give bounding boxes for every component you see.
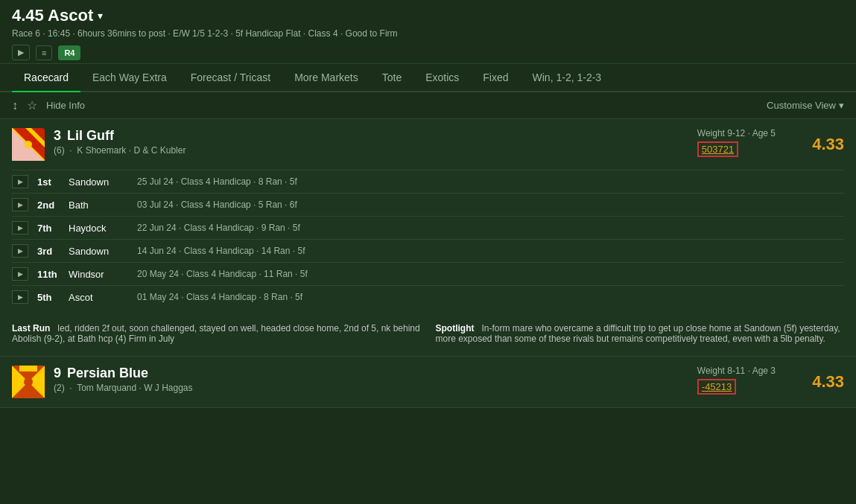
play-btn-3[interactable]: ▶ bbox=[12, 244, 28, 258]
race-details-5: 01 May 24 · Class 4 Handicap · 8 Ran · 5… bbox=[137, 292, 844, 302]
horse-weight-age-2: Weight 8-11 · Age 3 bbox=[697, 366, 776, 376]
toolbar-left: ↕ ☆ Hide Info bbox=[12, 98, 85, 112]
horse-draw-2: (2) bbox=[54, 383, 65, 393]
tab-fixed[interactable]: Fixed bbox=[471, 64, 520, 92]
horse-silks-1 bbox=[12, 128, 45, 161]
race-details-0: 25 Jul 24 · Class 4 Handicap · 8 Ran · 5… bbox=[137, 176, 844, 187]
hide-info-button[interactable]: Hide Info bbox=[46, 100, 85, 111]
horse-card-1: 3 Lil Guff (6) · K Shoemark · D & C Kubl… bbox=[0, 119, 856, 357]
header: 4.45 Ascot ▾ Race 6 · 16:45 · 6hours 36m… bbox=[0, 0, 856, 64]
history-row-3: ▶ 3rd Sandown 14 Jun 24 · Class 4 Handic… bbox=[12, 239, 844, 262]
position-3: 3rd bbox=[37, 246, 60, 257]
svg-point-4 bbox=[25, 141, 32, 148]
tab-tote[interactable]: Tote bbox=[370, 64, 413, 92]
nav-tabs: Racecard Each Way Extra Forecast / Trica… bbox=[0, 64, 856, 92]
horse-silks-2 bbox=[12, 366, 45, 398]
silks-svg-2 bbox=[12, 366, 45, 398]
horse-sub-2: (2) · Tom Marquand · W J Haggas bbox=[54, 383, 688, 393]
play-btn-2[interactable]: ▶ bbox=[12, 221, 28, 235]
last-run-text: led, ridden 2f out, soon challenged, sta… bbox=[12, 323, 420, 344]
horse-form-link-1[interactable]: 503721 bbox=[697, 141, 738, 157]
venue-5: Ascot bbox=[69, 292, 128, 303]
tab-forecast-tricast[interactable]: Forecast / Tricast bbox=[179, 64, 282, 92]
horse-weight-info-2: Weight 8-11 · Age 3 -45213 bbox=[697, 366, 790, 395]
history-section-1: ▶ 1st Sandown 25 Jul 24 · Class 4 Handic… bbox=[12, 170, 844, 308]
horse-name-row-1: 3 Lil Guff bbox=[54, 128, 688, 144]
notes-section-1: Last Run led, ridden 2f out, soon challe… bbox=[12, 317, 844, 344]
r4-badge[interactable]: R4 bbox=[58, 45, 80, 60]
tab-win-1-2[interactable]: Win, 1-2, 1-2-3 bbox=[521, 64, 614, 92]
horse-name-2: Persian Blue bbox=[67, 366, 148, 381]
play-btn-5[interactable]: ▶ bbox=[12, 290, 28, 304]
race-details-1: 03 Jul 24 · Class 4 Handicap · 5 Ran · 6… bbox=[137, 200, 844, 210]
horse-form-link-2[interactable]: -45213 bbox=[697, 379, 736, 395]
header-icons-row: ▶ ≡ R4 bbox=[12, 45, 844, 60]
last-run-label: Last Run bbox=[12, 323, 50, 334]
horse-number-1: 3 bbox=[54, 128, 61, 144]
horse-jockey-trainer-2: Tom Marquand · W J Haggas bbox=[77, 383, 192, 393]
svg-point-8 bbox=[24, 377, 33, 386]
horse-odds-1[interactable]: 4.33 bbox=[799, 135, 844, 154]
horse-weight-info-1: Weight 9-12 · Age 5 503721 bbox=[697, 128, 790, 157]
customise-view-chevron: ▾ bbox=[839, 100, 844, 111]
spotlight-label: Spotlight bbox=[436, 323, 475, 334]
last-run-1: Last Run led, ridden 2f out, soon challe… bbox=[12, 323, 421, 344]
customise-view-label: Customise View bbox=[767, 100, 836, 111]
race-details-2: 22 Jun 24 · Class 4 Handicap · 9 Ran · 5… bbox=[137, 223, 844, 233]
spotlight-1: Spotlight In-form mare who overcame a di… bbox=[436, 323, 845, 344]
play-btn-1[interactable]: ▶ bbox=[12, 198, 28, 211]
tab-racecard[interactable]: Racecard bbox=[12, 64, 80, 92]
venue-4: Windsor bbox=[69, 269, 128, 280]
race-title-row: 4.45 Ascot ▾ bbox=[12, 6, 844, 25]
silks-svg-1 bbox=[12, 128, 45, 161]
horse-draw-1: (6) bbox=[54, 145, 65, 156]
race-details-3: 14 Jun 24 · Class 4 Handicap · 14 Ran · … bbox=[137, 246, 844, 256]
horse-sub-1: (6) · K Shoemark · D & C Kubler bbox=[54, 145, 688, 156]
race-info: Race 6 · 16:45 · 6hours 36mins to post ·… bbox=[12, 28, 844, 39]
race-details-4: 20 May 24 · Class 4 Handicap · 11 Ran · … bbox=[137, 269, 844, 279]
toolbar: ↕ ☆ Hide Info Customise View ▾ bbox=[0, 92, 856, 119]
position-1: 2nd bbox=[37, 200, 60, 211]
history-row-5: ▶ 5th Ascot 01 May 24 · Class 4 Handicap… bbox=[12, 285, 844, 308]
horse-name-1: Lil Guff bbox=[67, 128, 114, 144]
horse-jockey-trainer-1: K Shoemark · D & C Kubler bbox=[77, 145, 186, 156]
position-4: 11th bbox=[37, 269, 60, 280]
tab-more-markets[interactable]: More Markets bbox=[282, 64, 370, 92]
horse-header-1: 3 Lil Guff (6) · K Shoemark · D & C Kubl… bbox=[12, 128, 844, 161]
horse-odds-2[interactable]: 4.33 bbox=[799, 372, 844, 392]
history-row-4: ▶ 11th Windsor 20 May 24 · Class 4 Handi… bbox=[12, 262, 844, 285]
play-btn-0[interactable]: ▶ bbox=[12, 175, 28, 188]
venue-1: Bath bbox=[69, 200, 128, 211]
horse-name-row-2: 9 Persian Blue bbox=[54, 366, 688, 381]
venue-0: Sandown bbox=[69, 176, 128, 188]
tab-exotics[interactable]: Exotics bbox=[413, 64, 471, 92]
svg-rect-9 bbox=[19, 366, 37, 371]
position-2: 7th bbox=[37, 223, 60, 234]
venue-2: Haydock bbox=[69, 223, 128, 234]
spotlight-text: In-form mare who overcame a difficult tr… bbox=[436, 323, 840, 344]
play-btn-4[interactable]: ▶ bbox=[12, 267, 28, 281]
tab-each-way-extra[interactable]: Each Way Extra bbox=[80, 64, 179, 92]
history-row-0: ▶ 1st Sandown 25 Jul 24 · Class 4 Handic… bbox=[12, 170, 844, 193]
position-5: 5th bbox=[37, 292, 60, 303]
sort-button[interactable]: ↕ bbox=[12, 99, 18, 112]
race-title: 4.45 Ascot bbox=[12, 6, 93, 25]
star-button[interactable]: ☆ bbox=[27, 98, 37, 112]
play-icon-btn[interactable]: ▶ bbox=[12, 45, 30, 60]
horse-weight-age-1: Weight 9-12 · Age 5 bbox=[697, 128, 776, 138]
horse-main-info-1: 3 Lil Guff (6) · K Shoemark · D & C Kubl… bbox=[54, 128, 688, 156]
horse-main-info-2: 9 Persian Blue (2) · Tom Marquand · W J … bbox=[54, 366, 688, 393]
history-row-2: ▶ 7th Haydock 22 Jun 24 · Class 4 Handic… bbox=[12, 216, 844, 239]
dropdown-icon[interactable]: ▾ bbox=[98, 10, 103, 22]
horse-header-2: 9 Persian Blue (2) · Tom Marquand · W J … bbox=[12, 366, 844, 398]
history-row-1: ▶ 2nd Bath 03 Jul 24 · Class 4 Handicap … bbox=[12, 193, 844, 216]
card-icon-btn[interactable]: ≡ bbox=[36, 45, 52, 60]
venue-3: Sandown bbox=[69, 246, 128, 257]
horse-number-2: 9 bbox=[54, 366, 61, 381]
customise-view-button[interactable]: Customise View ▾ bbox=[767, 100, 844, 111]
horse-card-2: 9 Persian Blue (2) · Tom Marquand · W J … bbox=[0, 357, 856, 408]
position-0: 1st bbox=[37, 176, 60, 188]
